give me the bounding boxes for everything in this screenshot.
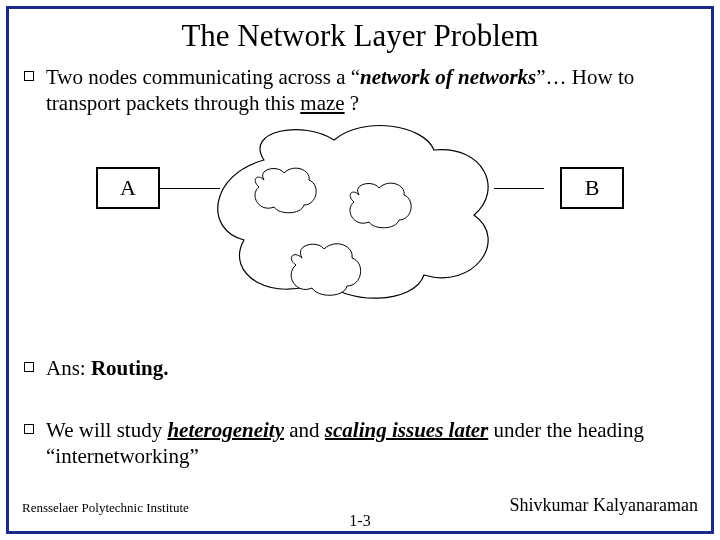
slide-content: The Network Layer Problem Two nodes comm… [10,10,710,530]
t: Ans: [46,356,91,380]
network-diagram: A B [24,125,696,335]
t: Two nodes communicating across a “ [46,65,360,89]
t-em: network of networks [360,65,536,89]
bullet-3: We will study heterogeneity and scaling … [24,417,696,470]
bullet-icon [24,362,34,372]
t: ? [345,91,360,115]
cloud-sub-2 [344,180,414,230]
page-title: The Network Layer Problem [24,18,696,54]
node-a: A [96,167,160,209]
bullet-2: Ans: Routing. [24,355,696,381]
bullet-icon [24,424,34,434]
bullet-icon [24,71,34,81]
bullet-2-text: Ans: Routing. [46,355,696,381]
cloud-sub-3 [284,240,364,298]
spacer [24,387,696,417]
bullet-1: Two nodes communicating across a “networ… [24,64,696,117]
node-b: B [560,167,624,209]
bullet-1-text: Two nodes communicating across a “networ… [46,64,696,117]
footer-page-number: 1-3 [0,512,720,530]
link-b [494,188,544,189]
bullet-3-text: We will study heterogeneity and scaling … [46,417,696,470]
t-u: maze [300,91,344,115]
t-b: Routing. [91,356,169,380]
t: and [284,418,325,442]
t-bu: scaling issues later [325,418,488,442]
cloud-sub-1 [249,165,319,215]
link-a [160,188,220,189]
t-bu: heterogeneity [167,418,284,442]
t: We will study [46,418,167,442]
